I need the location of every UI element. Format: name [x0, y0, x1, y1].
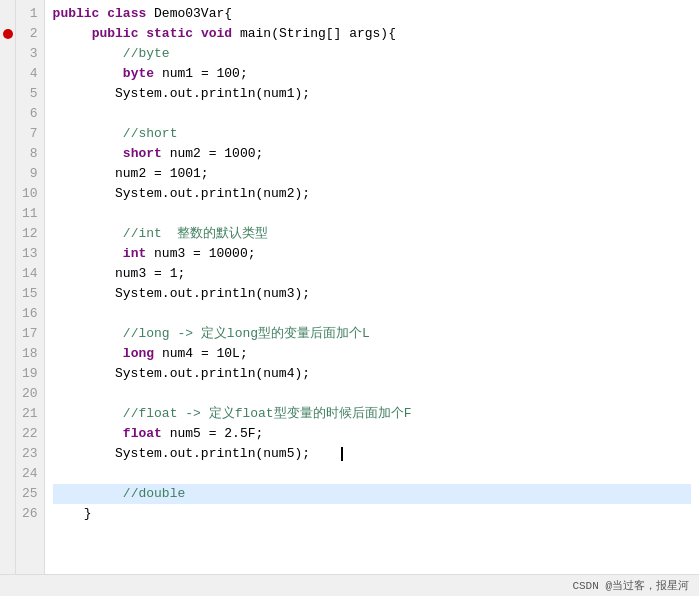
line-num-25: 25 [22, 484, 38, 504]
line-num-6: 6 [22, 104, 38, 124]
breakpoint-25[interactable] [0, 484, 15, 504]
type-short: short [123, 146, 162, 161]
code-content[interactable]: public class Demo03Var{ public static vo… [45, 0, 699, 574]
code-line-25: //double [53, 484, 691, 504]
code-line-18: long num4 = 10L; [53, 344, 691, 364]
line-num-21: 21 [22, 404, 38, 424]
code-line-9: num2 = 1001; [53, 164, 691, 184]
code-line-6 [53, 104, 691, 124]
line-num-20: 20 [22, 384, 38, 404]
breakpoint-17[interactable] [0, 324, 15, 344]
kw-void: void [201, 26, 232, 41]
type-float: float [123, 426, 162, 441]
type-long: long [123, 346, 154, 361]
code-line-5: System.out.println(num1); [53, 84, 691, 104]
breakpoint-gutter [0, 0, 16, 574]
line-num-18: 18 [22, 344, 38, 364]
line-num-17: 17 [22, 324, 38, 344]
breakpoint-12[interactable] [0, 224, 15, 244]
credit-text: CSDN @当过客，报星河 [572, 578, 689, 593]
code-line-15: System.out.println(num3); [53, 284, 691, 304]
line-num-1: 1 [22, 4, 38, 24]
comment-double: //double [123, 486, 185, 501]
breakpoint-3[interactable] [0, 44, 15, 64]
breakpoint-15[interactable] [0, 284, 15, 304]
breakpoint-24[interactable] [0, 464, 15, 484]
line-num-24: 24 [22, 464, 38, 484]
breakpoint-8[interactable] [0, 144, 15, 164]
line-num-9: 9 [22, 164, 38, 184]
line-num-19: 19 [22, 364, 38, 384]
line-num-8: 8 [22, 144, 38, 164]
breakpoint-14[interactable] [0, 264, 15, 284]
code-line-8: short num2 = 1000; [53, 144, 691, 164]
breakpoint-2[interactable] [0, 24, 15, 44]
breakpoint-13[interactable] [0, 244, 15, 264]
code-line-1: public class Demo03Var{ [53, 4, 691, 24]
code-line-19: System.out.println(num4); [53, 364, 691, 384]
line-num-23: 23 [22, 444, 38, 464]
breakpoint-5[interactable] [0, 84, 15, 104]
breakpoint-21[interactable] [0, 404, 15, 424]
line-num-7: 7 [22, 124, 38, 144]
breakpoint-11[interactable] [0, 204, 15, 224]
kw-class: class [107, 6, 146, 21]
line-num-14: 14 [22, 264, 38, 284]
breakpoint-6[interactable] [0, 104, 15, 124]
code-line-3: //byte [53, 44, 691, 64]
line-num-10: 10 [22, 184, 38, 204]
code-line-26: } [53, 504, 691, 524]
code-line-23: System.out.println(num5); [53, 444, 691, 464]
line-num-26: 26 [22, 504, 38, 524]
code-line-13: int num3 = 10000; [53, 244, 691, 264]
breakpoint-9[interactable] [0, 164, 15, 184]
breakpoint-23[interactable] [0, 444, 15, 464]
code-line-2: public static void main(String[] args){ [53, 24, 691, 44]
breakpoint-7[interactable] [0, 124, 15, 144]
comment-int: //int 整数的默认类型 [123, 226, 269, 241]
code-line-22: float num5 = 2.5F; [53, 424, 691, 444]
line-num-5: 5 [22, 84, 38, 104]
code-line-10: System.out.println(num2); [53, 184, 691, 204]
kw-static: static [146, 26, 193, 41]
breakpoint-26[interactable] [0, 504, 15, 524]
kw-public-2: public [92, 26, 139, 41]
code-line-4: byte num1 = 100; [53, 64, 691, 84]
code-line-12: //int 整数的默认类型 [53, 224, 691, 244]
code-line-7: //short [53, 124, 691, 144]
line-num-12: 12 [22, 224, 38, 244]
code-line-20 [53, 384, 691, 404]
code-line-21: //float -> 定义float型变量的时候后面加个F [53, 404, 691, 424]
code-line-16 [53, 304, 691, 324]
breakpoint-22[interactable] [0, 424, 15, 444]
breakpoint-19[interactable] [0, 364, 15, 384]
code-line-17: //long -> 定义long型的变量后面加个L [53, 324, 691, 344]
line-num-15: 15 [22, 284, 38, 304]
code-line-24 [53, 464, 691, 484]
comment-float: //float -> 定义float型变量的时候后面加个F [123, 406, 412, 421]
breakpoint-10[interactable] [0, 184, 15, 204]
line-num-22: 22 [22, 424, 38, 444]
code-area: 1 2 3 4 5 6 7 8 9 10 11 12 13 14 15 16 1… [0, 0, 699, 574]
kw-public-1: public [53, 6, 100, 21]
bottom-bar: CSDN @当过客，报星河 [0, 574, 699, 596]
comment-long: //long -> 定义long型的变量后面加个L [123, 326, 370, 341]
breakpoint-16[interactable] [0, 304, 15, 324]
breakpoint-4[interactable] [0, 64, 15, 84]
line-num-11: 11 [22, 204, 38, 224]
breakpoint-20[interactable] [0, 384, 15, 404]
comment-short: //short [123, 126, 178, 141]
comment-byte: //byte [123, 46, 170, 61]
code-line-14: num3 = 1; [53, 264, 691, 284]
breakpoint-1[interactable] [0, 4, 15, 24]
line-numbers: 1 2 3 4 5 6 7 8 9 10 11 12 13 14 15 16 1… [16, 0, 45, 574]
breakpoint-18[interactable] [0, 344, 15, 364]
type-int: int [123, 246, 146, 261]
line-num-2: 2 [22, 24, 38, 44]
type-byte: byte [123, 66, 154, 81]
editor-container: 1 2 3 4 5 6 7 8 9 10 11 12 13 14 15 16 1… [0, 0, 699, 596]
line-num-13: 13 [22, 244, 38, 264]
code-line-11 [53, 204, 691, 224]
line-num-16: 16 [22, 304, 38, 324]
text-cursor [341, 447, 343, 461]
